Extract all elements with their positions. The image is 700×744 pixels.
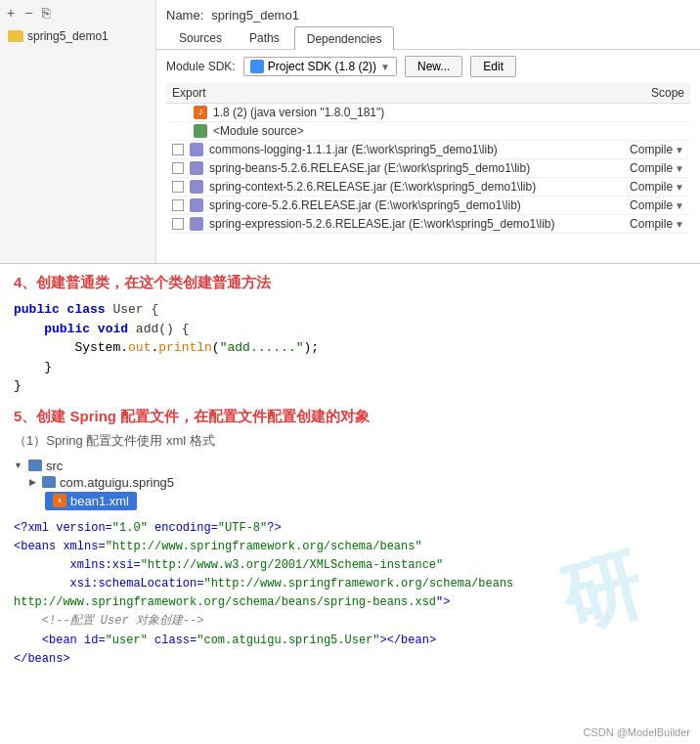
dep-row-spring-beans: spring-beans-5.2.6.RELEASE.jar (E:\work\…: [166, 159, 690, 178]
src-folder-icon: [28, 460, 42, 471]
xml-line-3: xmlns:xsi="http://www.w3.org/2001/XMLSch…: [14, 556, 686, 575]
tree-chevron-src: ▼: [14, 460, 22, 470]
tab-paths[interactable]: Paths: [237, 26, 292, 49]
dep-scope-spring-beans: Compile ▼: [630, 161, 684, 175]
tabs-row: Sources Paths Dependencies: [156, 26, 700, 50]
csdn-badge: CSDN @ModelBuilder: [583, 726, 690, 738]
dep-checkbox-spring-context[interactable]: [172, 181, 184, 193]
bottom-section: 4、创建普通类，在这个类创建普通方法 public class User { p…: [0, 264, 700, 744]
name-value: spring5_demo1: [211, 8, 299, 22]
new-button[interactable]: New...: [405, 56, 462, 77]
scope-arrow-icon2: ▼: [675, 163, 684, 174]
edit-button[interactable]: Edit: [470, 56, 516, 77]
main-container: + − ⎘ spring5_demo1 Name: spring5_demo1 …: [0, 0, 700, 744]
copy-button[interactable]: ⎘: [39, 4, 53, 22]
section4-title: 4、创建普通类，在这个类创建普通方法: [14, 274, 686, 292]
scope-arrow-icon: ▼: [675, 145, 684, 155]
code-block-section4: public class User { public void add() { …: [14, 300, 686, 396]
tree-row-src: ▼ src: [14, 458, 686, 474]
xml-line-2: <beans xmlns="http://www.springframework…: [14, 538, 686, 556]
left-sidebar: + − ⎘ spring5_demo1: [0, 0, 156, 263]
xml-code-block: <?xml version="1.0" encoding="UTF-8"?> <…: [14, 519, 686, 670]
section5-title: 5、创建 Spring 配置文件，在配置文件配置创建的对象: [14, 408, 686, 426]
dep-row-spring-core: spring-core-5.2.6.RELEASE.jar (E:\work\s…: [166, 197, 690, 215]
jar-icon-spring-beans: [190, 161, 203, 175]
module-src-icon: [194, 124, 207, 138]
dep-table: Export Scope J 1.8 (2) (java version "1.…: [166, 83, 690, 263]
dep-row-spring-context: spring-context-5.2.6.RELEASE.jar (E:\wor…: [166, 178, 690, 197]
tree-row-bean1[interactable]: x bean1.xml: [14, 491, 686, 511]
remove-button[interactable]: −: [22, 4, 35, 22]
pkg-label: com.atguigu.spring5: [60, 475, 174, 490]
xml-file-icon: x: [53, 494, 66, 507]
name-label: Name:: [166, 8, 203, 22]
scope-arrow-icon4: ▼: [675, 200, 684, 211]
code-line-3: System.out.println("add......");: [14, 338, 686, 358]
selected-file-item[interactable]: x bean1.xml: [45, 492, 137, 510]
folder-icon: [8, 30, 23, 42]
xml-line-8: </beans>: [14, 650, 686, 669]
dropdown-arrow-icon: ▼: [380, 62, 390, 72]
dep-scope-spring-expression: Compile ▼: [630, 217, 684, 231]
scope-col-header: Scope: [651, 86, 684, 100]
dep-name-spring-context: spring-context-5.2.6.RELEASE.jar (E:\wor…: [209, 180, 624, 194]
code-line-2: public void add() {: [14, 320, 686, 339]
code-line-1: public class User {: [14, 300, 686, 320]
java-icon: J: [194, 106, 207, 119]
dep-row-jdk: J 1.8 (2) (java version "1.8.0_181"): [166, 104, 690, 122]
src-label: src: [46, 459, 63, 473]
dep-scope-commons-logging: Compile ▼: [630, 143, 684, 156]
dep-scope-spring-context: Compile ▼: [630, 180, 684, 194]
xml-line-7: <bean id="user" class="com.atguigu.sprin…: [14, 632, 686, 650]
sdk-project-icon: [250, 60, 264, 73]
xml-line-1: <?xml version="1.0" encoding="UTF-8"?>: [14, 519, 686, 538]
project-name: spring5_demo1: [27, 29, 109, 43]
dep-table-header: Export Scope: [166, 83, 690, 104]
xml-line-4: xsi:schemaLocation="http://www.springfra…: [14, 575, 686, 593]
code-line-5: }: [14, 376, 686, 396]
xml-line-5: http://www.springframework.org/schema/be…: [14, 593, 686, 612]
dep-name-spring-core: spring-core-5.2.6.RELEASE.jar (E:\work\s…: [209, 198, 624, 212]
scope-arrow-icon5: ▼: [675, 219, 684, 230]
file-tree: ▼ src ▶ com.atguigu.spring5 x bean1.xml: [14, 458, 686, 511]
sdk-value: Project SDK (1.8 (2)): [268, 60, 376, 73]
dep-checkbox-spring-beans[interactable]: [172, 162, 184, 174]
pkg-folder-icon: [42, 476, 56, 488]
dep-name-spring-expression: spring-expression-5.2.6.RELEASE.jar (E:\…: [209, 217, 624, 231]
dep-name-jdk: 1.8 (2) (java version "1.8.0_181"): [213, 106, 684, 119]
sdk-label: Module SDK:: [166, 60, 236, 73]
jar-icon-commons-logging: [190, 143, 203, 156]
right-content: Name: spring5_demo1 Sources Paths Depend…: [156, 0, 700, 263]
tree-chevron-pkg: ▶: [29, 477, 36, 487]
tab-sources[interactable]: Sources: [166, 26, 235, 49]
add-button[interactable]: +: [4, 4, 18, 22]
tree-row-pkg: ▶ com.atguigu.spring5: [14, 474, 686, 491]
file-label: bean1.xml: [70, 494, 129, 508]
sidebar-toolbar: + − ⎘: [4, 4, 152, 22]
xml-line-6: <!--配置 User 对象创建-->: [14, 612, 686, 631]
export-col-header: Export: [172, 86, 206, 100]
jar-icon-spring-core: [190, 198, 203, 212]
jar-icon-spring-context: [190, 180, 203, 194]
dep-name-commons-logging: commons-logging-1.1.1.jar (E:\work\sprin…: [209, 143, 624, 156]
code-line-4: }: [14, 358, 686, 377]
top-panel: + − ⎘ spring5_demo1 Name: spring5_demo1 …: [0, 0, 700, 264]
dep-scope-spring-core: Compile ▼: [630, 198, 684, 212]
sdk-dropdown[interactable]: Project SDK (1.8 (2)) ▼: [243, 57, 397, 76]
jar-icon-spring-expression: [190, 217, 203, 231]
dep-name-spring-beans: spring-beans-5.2.6.RELEASE.jar (E:\work\…: [209, 161, 624, 175]
dep-checkbox-spring-expression[interactable]: [172, 218, 184, 230]
dep-checkbox-commons-logging[interactable]: [172, 144, 184, 155]
dep-name-module-src: <Module source>: [213, 124, 684, 138]
module-sdk-row: Module SDK: Project SDK (1.8 (2)) ▼ New.…: [156, 50, 700, 83]
tab-dependencies[interactable]: Dependencies: [294, 26, 395, 50]
section5-subtitle: （1）Spring 配置文件使用 xml 格式: [14, 432, 686, 450]
scope-arrow-icon3: ▼: [675, 182, 684, 193]
project-item[interactable]: spring5_demo1: [4, 27, 152, 45]
dep-row-commons-logging: commons-logging-1.1.1.jar (E:\work\sprin…: [166, 141, 690, 159]
dep-row-module-src: <Module source>: [166, 122, 690, 141]
name-row: Name: spring5_demo1: [156, 0, 700, 26]
dep-row-spring-expression: spring-expression-5.2.6.RELEASE.jar (E:\…: [166, 215, 690, 234]
dep-checkbox-spring-core[interactable]: [172, 199, 184, 211]
